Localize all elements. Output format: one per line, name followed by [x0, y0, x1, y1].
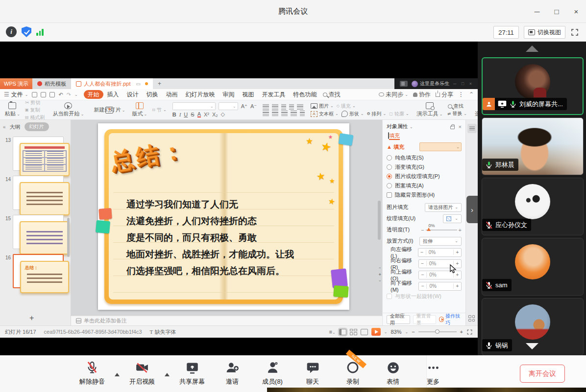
zoom-slider[interactable] [418, 331, 457, 332]
scroll-up-arrow[interactable] [526, 46, 538, 52]
emoji-button[interactable]: 表情 [374, 358, 412, 386]
find-button[interactable]: 查找 [448, 103, 467, 110]
textbox-button[interactable]: A文本框⌄ [311, 111, 339, 117]
fit-slide-icon[interactable] [466, 329, 473, 335]
close-button[interactable]: × [566, 0, 586, 23]
slide-body-text[interactable]: 通过学习我们知道了人们无 法避免挫折，人们对待挫折的态 度是不同的，而只有积极、… [126, 196, 353, 279]
slide-thumbnail[interactable]: 16 总结： [1, 254, 69, 288]
align-left-icon[interactable] [263, 111, 269, 116]
pin-panel-icon[interactable] [450, 126, 455, 129]
minimize-button[interactable]: ─ [527, 0, 547, 23]
close-panel-icon[interactable]: × [459, 124, 462, 130]
collab-button[interactable]: 协作 [413, 91, 431, 99]
find-menu[interactable]: 查找 [323, 91, 341, 99]
mic-options-caret[interactable] [114, 358, 121, 386]
number-list-icon[interactable] [272, 104, 278, 110]
invite-button[interactable]: 邀请 [214, 358, 251, 386]
outline-button[interactable]: ▢轮廓⌄ [389, 111, 409, 117]
more-button[interactable]: 更多 [415, 358, 452, 386]
offset-stepper[interactable]: −0%+ [418, 271, 462, 279]
share-screen-button[interactable]: 共享屏幕 [173, 358, 211, 386]
offset-stepper[interactable]: −0%+ [418, 248, 462, 257]
slide-thumbnail[interactable]: 14 [1, 176, 69, 210]
zoom-value[interactable]: 83% [391, 329, 401, 335]
fill-preview-box[interactable]: ⌄ [419, 142, 462, 151]
paste-button[interactable]: 粘贴 ⌄ [3, 102, 22, 117]
tab-outline[interactable]: 大纲 [10, 123, 21, 131]
font-color-button[interactable]: A [197, 112, 201, 117]
zoom-out-icon[interactable]: − [412, 329, 415, 335]
slideshow-play-button[interactable] [371, 328, 381, 336]
present-tools-button[interactable]: 演示工具 ⌄ [415, 102, 445, 117]
scroll-down-arrow[interactable] [526, 343, 538, 349]
security-shield-icon[interactable] [22, 26, 31, 37]
decrease-font-icon[interactable]: A⁻ [250, 103, 257, 110]
superscript-button[interactable]: X² [204, 112, 209, 117]
align-right-icon[interactable] [281, 111, 288, 116]
wps-menu-item[interactable]: 审阅 [219, 90, 239, 99]
collapse-panel-icon[interactable]: « [3, 124, 6, 130]
wps-account[interactable]: 这里是条乐生 [412, 80, 449, 87]
wps-menu-item[interactable]: 特色功能 [290, 90, 321, 99]
canvas-scrollbar[interactable] [378, 125, 381, 286]
meeting-info-icon[interactable]: i [6, 26, 17, 37]
fill-radio-option[interactable]: 纯色填充(S) [387, 153, 462, 162]
slide-thumbnail[interactable]: 13 [1, 137, 69, 171]
picture-fill-select[interactable]: 请选择图片⌄ [425, 203, 462, 212]
wps-menu-item[interactable]: 插入 [103, 90, 123, 99]
share-button[interactable]: 分享 [436, 91, 453, 99]
record-button[interactable]: NEW 录制 [334, 358, 371, 386]
offset-stepper[interactable]: −0%+ [418, 259, 462, 268]
fill-button[interactable]: ◇填充⌄ [337, 103, 356, 110]
panel-toggle-icon[interactable] [467, 124, 477, 133]
participant-tile[interactable]: sam [482, 238, 584, 296]
wps-menu-item[interactable]: 设计 [123, 90, 143, 99]
more-menu-icon[interactable]: ⋮ [458, 91, 464, 98]
wps-menu-item[interactable]: 幻灯片放映 [182, 90, 219, 99]
collapse-ribbon-icon[interactable]: ⌃ [469, 91, 474, 98]
layout-button[interactable]: 版式 ⌄ [130, 102, 149, 117]
align-center-icon[interactable] [272, 111, 278, 116]
file-menu[interactable]: ☰文件⌄ [4, 91, 28, 99]
indent-increase-icon[interactable] [289, 104, 294, 110]
wps-menu-item[interactable]: 开发工具 [258, 90, 290, 99]
clear-format-button[interactable]: ◇ [221, 111, 225, 117]
font-name-select[interactable]: ⌄ [172, 102, 216, 110]
bold-button[interactable]: B [172, 112, 176, 117]
justify-icon[interactable] [291, 111, 297, 116]
participant-tile[interactable]: 刘威的屏幕共... [482, 57, 584, 115]
normal-view-icon[interactable] [339, 329, 346, 335]
underline-button[interactable]: U [184, 112, 188, 117]
picture-button[interactable]: 图片⌄ [311, 103, 334, 110]
unmute-button[interactable]: 解除静音 [73, 358, 111, 386]
missing-font-warning[interactable]: Ƭ 缺失字体 [150, 328, 176, 336]
indent-decrease-icon[interactable] [281, 104, 286, 110]
wps-tab-template-store[interactable]: 稻壳模板 [32, 78, 71, 89]
section-button[interactable]: ⊟节⌄ [152, 107, 166, 114]
wps-tab-document[interactable]: 人人都会有挫折.ppt▭ [71, 78, 153, 89]
camera-options-caret[interactable] [164, 358, 171, 386]
subscript-button[interactable]: X₂ [212, 112, 218, 117]
slide-nav-buttons[interactable]: ⌃✦⌄ [378, 267, 382, 283]
maximize-button[interactable]: □ [547, 0, 566, 23]
notes-bar[interactable]: 单击此处添加备注 [71, 316, 382, 325]
font-size-select[interactable]: ⌄ [219, 102, 238, 110]
sorter-view-icon[interactable] [350, 329, 357, 335]
fill-radio-option[interactable]: 图案填充(A) [387, 181, 462, 190]
members-button[interactable]: 成员(8) [254, 358, 291, 386]
participant-tile[interactable]: 应心孙仪文 [482, 178, 584, 235]
hide-bg-checkbox[interactable]: 隐藏背景图形(H) [387, 190, 462, 200]
leave-meeting-button[interactable]: 离开会议 [520, 365, 565, 383]
fill-tab[interactable]: 填充 [387, 132, 401, 139]
wps-menu-item[interactable]: 切换 [143, 90, 162, 99]
shape-button[interactable]: 形状⌄ [342, 111, 364, 117]
selection-pane-button[interactable]: 选择窗格 [473, 102, 478, 118]
opacity-slider[interactable]: 0% [426, 230, 457, 231]
placement-select[interactable]: 拉伸⌄ [419, 237, 462, 246]
play-from-current-button[interactable]: 从当前开始 ⌄ [51, 102, 86, 118]
bullet-list-icon[interactable] [263, 104, 269, 110]
reading-view-icon[interactable] [361, 329, 368, 335]
line-spacing-icon[interactable] [297, 104, 303, 110]
wps-window-controls[interactable]: ─ □ × [453, 81, 474, 86]
quick-access-toolbar[interactable]: ↶↷⌄ [32, 92, 77, 98]
